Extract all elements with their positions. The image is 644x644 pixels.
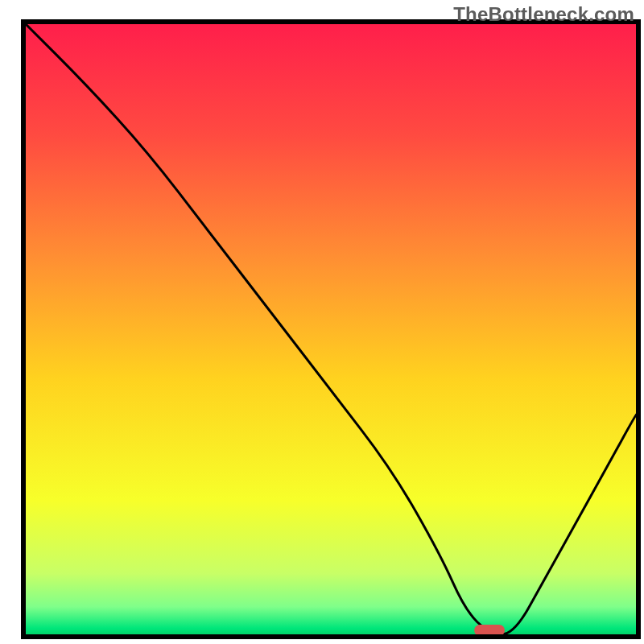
chart-container: TheBottleneck.com [0, 0, 644, 644]
gradient-background [26, 24, 636, 634]
bottleneck-chart [0, 0, 644, 644]
optimal-marker [474, 625, 505, 636]
watermark-text: TheBottleneck.com [453, 3, 634, 26]
plot-area [23, 22, 638, 637]
